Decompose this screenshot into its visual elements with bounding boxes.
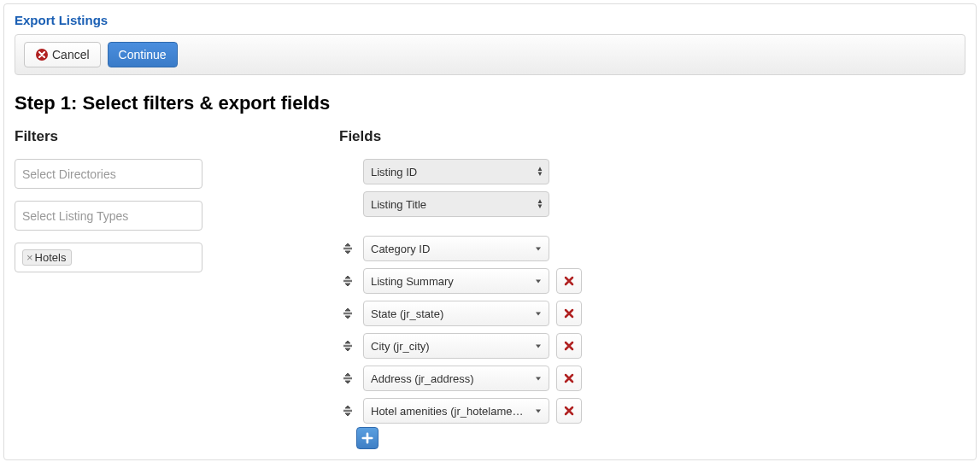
field-row: Listing ID▲▼ — [339, 159, 965, 184]
listing-types-select[interactable]: Select Listing Types — [15, 201, 202, 231]
field-row: Hotel amenities (jr_hotelameni… — [339, 398, 965, 424]
remove-field-button[interactable] — [556, 366, 582, 391]
updown-icon: ▲▼ — [537, 167, 543, 177]
filter-tag[interactable]: ×Hotels — [22, 249, 72, 266]
listing-types-placeholder: Select Listing Types — [22, 209, 128, 223]
field-row: Listing Summary — [339, 268, 965, 294]
drag-handle-icon[interactable] — [342, 275, 354, 287]
x-icon — [564, 373, 574, 383]
field-select-label: Listing ID — [371, 166, 542, 178]
filter-tag-label: Hotels — [35, 251, 67, 264]
updown-icon: ▲▼ — [537, 199, 543, 209]
caret-down-icon — [535, 340, 542, 353]
field-select[interactable]: City (jr_city) — [363, 333, 549, 359]
field-row: Category ID — [339, 236, 965, 261]
field-select-label: Listing Title — [371, 198, 542, 211]
cancel-icon — [35, 48, 49, 61]
field-select-label: Listing Summary — [371, 275, 542, 288]
remove-field-button[interactable] — [556, 333, 582, 359]
remove-tag-icon[interactable]: × — [26, 252, 33, 263]
drag-handle-icon[interactable] — [342, 405, 354, 417]
drag-handle-icon[interactable] — [342, 307, 354, 319]
directories-select[interactable]: Select Directories — [15, 159, 202, 189]
field-select[interactable]: Listing Summary — [363, 268, 549, 294]
caret-down-icon — [535, 307, 542, 320]
drag-handle-icon[interactable] — [342, 340, 354, 352]
field-select-label: State (jr_state) — [371, 307, 542, 320]
field-row: Listing Title▲▼ — [339, 191, 965, 217]
directories-placeholder: Select Directories — [22, 167, 116, 181]
caret-down-icon — [535, 243, 542, 255]
x-icon — [564, 341, 574, 351]
remove-field-button[interactable] — [556, 398, 582, 424]
x-icon — [564, 406, 574, 416]
field-select-label: Address (jr_address) — [371, 372, 542, 385]
field-row: City (jr_city) — [339, 333, 965, 359]
field-select-label: Category ID — [371, 243, 542, 255]
continue-button[interactable]: Continue — [108, 42, 178, 67]
field-row: State (jr_state) — [339, 301, 965, 326]
drag-handle-icon[interactable] — [342, 243, 354, 254]
field-row: Address (jr_address) — [339, 366, 965, 391]
fields-column: Fields Listing ID▲▼Listing Title▲▼Catego… — [339, 128, 965, 449]
field-select[interactable]: Category ID — [363, 236, 549, 261]
remove-field-button[interactable] — [556, 268, 582, 294]
field-select-label: Hotel amenities (jr_hotelameni… — [371, 405, 542, 418]
export-listings-panel: Export Listings Cancel Continue Step 1: … — [3, 3, 977, 460]
cancel-button-label: Cancel — [52, 46, 90, 63]
field-select[interactable]: State (jr_state) — [363, 301, 549, 326]
add-field-button[interactable] — [356, 427, 379, 449]
field-select[interactable]: Listing ID▲▼ — [363, 159, 549, 184]
step-heading: Step 1: Select filters & export fields — [15, 92, 965, 114]
x-icon — [564, 276, 574, 286]
categories-select[interactable]: ×Hotels — [15, 243, 202, 272]
caret-down-icon — [535, 405, 542, 418]
toolbar: Cancel Continue — [15, 34, 965, 75]
drag-handle-icon[interactable] — [342, 372, 354, 384]
continue-button-label: Continue — [119, 46, 167, 63]
filters-column: Filters Select Directories Select Listin… — [15, 128, 339, 449]
plus-icon — [361, 432, 373, 444]
fields-list: Listing ID▲▼Listing Title▲▼Category IDLi… — [339, 159, 965, 424]
field-select[interactable]: Address (jr_address) — [363, 366, 549, 391]
field-select[interactable]: Listing Title▲▼ — [363, 191, 549, 217]
field-select[interactable]: Hotel amenities (jr_hotelameni… — [363, 398, 549, 424]
caret-down-icon — [535, 275, 542, 288]
page-title: Export Listings — [15, 13, 965, 27]
remove-field-button[interactable] — [556, 301, 582, 326]
field-select-label: City (jr_city) — [371, 340, 542, 353]
caret-down-icon — [535, 372, 542, 385]
fields-heading: Fields — [339, 128, 965, 145]
cancel-button[interactable]: Cancel — [24, 42, 101, 67]
x-icon — [564, 308, 574, 319]
filters-heading: Filters — [15, 128, 339, 145]
